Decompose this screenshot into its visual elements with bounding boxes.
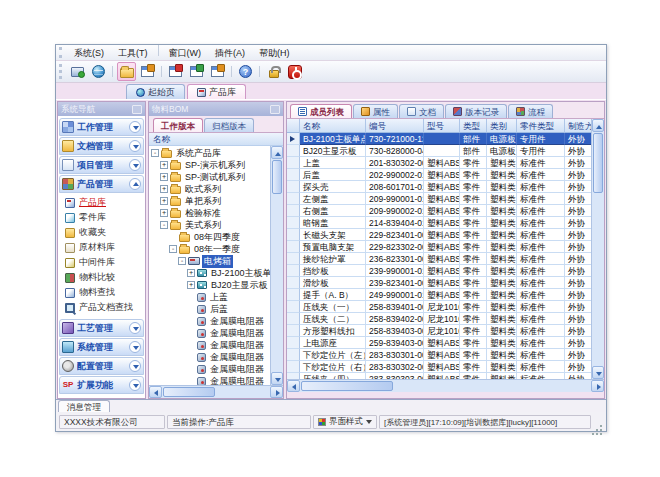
column-header-类别[interactable]: 类别 — [487, 119, 517, 133]
tree-node[interactable]: 08年四季度 — [149, 231, 283, 243]
table-row[interactable]: 挡纱板239-990001-01X塑料ABS零件塑料类标准件外协条 — [287, 265, 604, 277]
tree-node[interactable]: 上盖 — [149, 291, 283, 303]
tree-scroll-thumb[interactable] — [272, 160, 282, 194]
sidebar-group-3[interactable]: 产品管理 — [59, 175, 144, 193]
scroll-left-icon[interactable] — [287, 380, 300, 392]
chevron-down-icon[interactable] — [129, 360, 141, 372]
tree-node[interactable]: +BJ-2100主板单点 — [149, 267, 283, 279]
tree-hscroll-thumb[interactable] — [163, 387, 215, 397]
tree-node[interactable]: -美式系列 — [149, 219, 283, 231]
scroll-up-icon[interactable] — [592, 119, 604, 132]
table-row[interactable]: 压线夹（一）258-839401-00X尼龙1010零件塑料类标准件外协条 — [287, 301, 604, 313]
globe-button[interactable] — [89, 62, 108, 81]
table-row[interactable]: 上电源座259-839403-00X塑料ABS零件塑料类标准件外协条 — [287, 337, 604, 349]
expand-icon[interactable]: + — [187, 269, 195, 277]
collapse-icon[interactable]: - — [160, 221, 168, 229]
table-row[interactable]: BJ20主显示板730-828000-04X部件电源板专用件外协颗 — [287, 145, 604, 157]
table-row[interactable]: 下纱定位片（左）283-830301-00X塑料ABS零件塑料类标准件外协条 — [287, 349, 604, 361]
toolbar-grip[interactable] — [59, 64, 64, 79]
expand-icon[interactable]: + — [160, 185, 168, 193]
table-row[interactable]: 探头壳208-601701-01X塑料ABS零件塑料类标准件外协条 — [287, 181, 604, 193]
sidebar-group-4[interactable]: 工艺管理 — [59, 319, 144, 337]
table-row[interactable]: 下纱定位片（右）283-830302-00X塑料ABS零件塑料类标准件外协条 — [287, 361, 604, 373]
sidebar-group-2[interactable]: 项目管理 — [59, 156, 144, 174]
column-header-名称[interactable]: 名称 — [300, 119, 366, 133]
sidebar-item-产品库[interactable]: 产品库 — [65, 195, 144, 210]
table-row[interactable]: 压线夹（二）258-839402-00X尼龙1010零件塑料类标准件外协条 — [287, 313, 604, 325]
tree-node[interactable]: 金属膜电阻器 — [149, 363, 283, 375]
chevron-up-icon[interactable] — [129, 178, 141, 190]
tree-node[interactable]: +检验标准 — [149, 207, 283, 219]
expand-icon[interactable]: + — [160, 197, 168, 205]
scroll-up-icon[interactable] — [271, 146, 283, 159]
tab-message-management[interactable]: 消息管理 — [58, 400, 110, 412]
scroll-down-icon[interactable] — [271, 372, 283, 385]
menu-item-0[interactable]: 系统(S) — [67, 47, 111, 59]
table-row[interactable]: 左侧盖209-990001-01X塑料ABS零件塑料类标准件外协条 — [287, 193, 604, 205]
table-row[interactable]: 上盖201-830302-00X塑料ABS零件塑料类标准件外协条 — [287, 157, 604, 169]
tab-流程[interactable]: 流程 — [508, 104, 553, 118]
tree-column-header[interactable]: 名称 — [149, 133, 283, 146]
close-window-button[interactable] — [166, 62, 185, 81]
table-row[interactable]: 长磁头支架229-823401-00X塑料ABS零件塑料类标准件外协条 — [287, 229, 604, 241]
tree-node[interactable]: 金属膜电阻器 — [149, 351, 283, 363]
sidebar-group-1[interactable]: 文档管理 — [59, 137, 144, 155]
tree-vertical-scrollbar[interactable] — [270, 146, 283, 385]
tree-node[interactable]: 金属膜电阻器 — [149, 315, 283, 327]
scroll-left-icon[interactable] — [149, 386, 162, 398]
scroll-right-icon[interactable] — [591, 380, 604, 392]
chevron-down-icon[interactable] — [129, 159, 141, 171]
sidebar-item-零件库[interactable]: 零件库 — [65, 210, 144, 225]
sidebar-item-原材料库[interactable]: 原材料库 — [65, 240, 144, 255]
tree-horizontal-scrollbar[interactable] — [149, 385, 283, 398]
tree-node[interactable]: -08年一季度 — [149, 243, 283, 255]
column-header-零件类型[interactable]: 零件类型 — [517, 119, 565, 133]
sidebar-item-产品文档查找[interactable]: 产品文档查找 — [65, 300, 144, 315]
tree-node[interactable]: +SP-演示机系列 — [149, 159, 283, 171]
tree-node[interactable]: -电烤箱 — [149, 255, 283, 267]
tree-node[interactable]: 金属膜电阻器 — [149, 375, 283, 385]
table-row[interactable]: 后盖202-990002-01X塑料ABS零件塑料类标准件外协条 — [287, 169, 604, 181]
open-folder-button[interactable] — [117, 62, 136, 81]
tab-工作版本[interactable]: 工作版本 — [153, 118, 203, 132]
table-row[interactable]: 方形塑料线扣258-839403-00X尼龙1010零件塑料类标准件外协条 — [287, 325, 604, 337]
tab-归档版本[interactable]: 归档版本 — [204, 118, 254, 132]
tree-node[interactable]: 金属膜电阻器 — [149, 339, 283, 351]
tree-node[interactable]: 后盖 — [149, 303, 283, 315]
exit-button[interactable] — [285, 62, 304, 81]
sidebar-item-收藏夹[interactable]: 收藏夹 — [65, 225, 144, 240]
table-row[interactable]: 暗钢盖214-839404-01X塑料ABS零件塑料类标准件外协条 — [287, 217, 604, 229]
sidebar-group-5[interactable]: 系统管理 — [59, 338, 144, 356]
tree-node[interactable]: -系统产品库 — [149, 147, 283, 159]
scroll-right-icon[interactable] — [270, 386, 283, 398]
refresh-window-button[interactable] — [187, 62, 206, 81]
tree-node[interactable]: 金属膜电阻器 — [149, 327, 283, 339]
tab-start-page[interactable]: 起始页 — [126, 84, 185, 99]
sidebar-group-6[interactable]: 配置管理 — [59, 357, 144, 375]
tab-属性[interactable]: 属性 — [353, 104, 398, 118]
chevron-down-icon[interactable] — [129, 379, 141, 391]
table-row[interactable]: 右侧盖209-990002-01X塑料ABS零件塑料类标准件外协条 — [287, 205, 604, 217]
tree-node[interactable]: +单把系列 — [149, 195, 283, 207]
table-row[interactable]: BJ-2100主板单点730-721000-12X部件电源板专用件外协颗 — [287, 133, 604, 145]
ui-style-selector[interactable]: 界面样式 — [313, 415, 377, 429]
table-hscroll-thumb[interactable] — [301, 381, 393, 391]
pin-icon[interactable] — [132, 105, 142, 114]
menubar-grip[interactable] — [59, 47, 64, 58]
tab-版本记录[interactable]: 版本记录 — [445, 104, 507, 118]
resize-grip[interactable] — [593, 415, 603, 429]
menu-item-3[interactable]: 插件(A) — [208, 47, 252, 59]
table-vertical-scrollbar[interactable] — [591, 119, 604, 379]
column-header-类型[interactable]: 类型 — [460, 119, 487, 133]
table-row[interactable]: 滑纱板239-823401-00X塑料ABS零件塑料类标准件外协条 — [287, 277, 604, 289]
column-header-型号[interactable]: 型号 — [424, 119, 460, 133]
table-horizontal-scrollbar[interactable] — [287, 379, 604, 392]
collapse-icon[interactable]: - — [151, 149, 159, 157]
table-scroll-thumb[interactable] — [593, 133, 603, 193]
table-row[interactable]: 提手（A. B）249-990001-01X塑料ABS零件塑料类标准件外协条 — [287, 289, 604, 301]
menu-item-1[interactable]: 工具(T) — [111, 47, 155, 59]
panel-menu-icon[interactable] — [270, 105, 280, 114]
sidebar-group-7[interactable]: SP扩展功能 — [59, 376, 144, 394]
lock-button[interactable] — [264, 62, 283, 81]
chevron-down-icon[interactable] — [129, 140, 141, 152]
